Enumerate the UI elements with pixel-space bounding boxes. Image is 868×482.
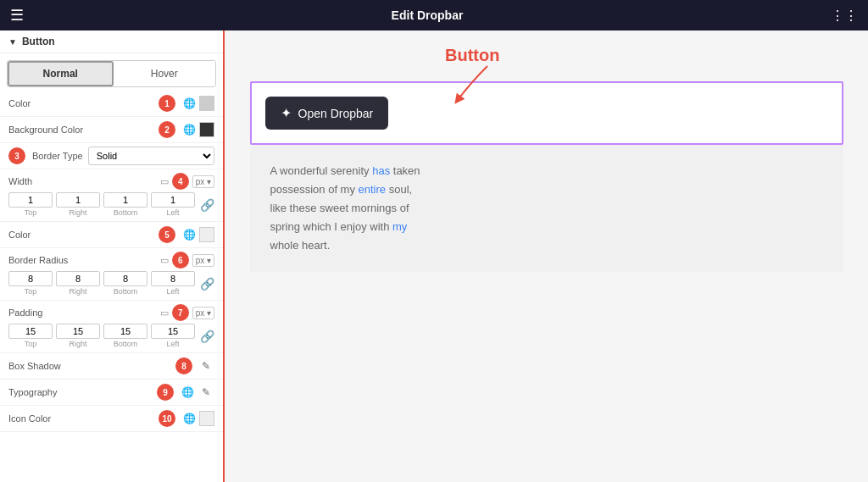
padding-row: Padding ▭ 7 px ▾	[0, 301, 223, 321]
padding-left-group: Left	[151, 324, 195, 348]
prop-bg-color: Background Color 2 🌐	[0, 117, 223, 143]
prop-box-shadow: Box Shadow 8 ✎	[0, 353, 223, 380]
badge-2: 2	[159, 121, 175, 138]
badge-5: 5	[159, 226, 175, 243]
padding-bottom-input[interactable]	[103, 324, 147, 339]
padding-top-input[interactable]	[8, 324, 53, 339]
prop-border-type: 3 Border Type Solid None Dashed Dotted D…	[0, 143, 223, 169]
padding-right-group: Right	[56, 324, 100, 348]
color-label: Color	[8, 98, 159, 108]
text-entire: entire	[359, 183, 387, 196]
badge-8: 8	[175, 357, 192, 374]
globe-icon-1[interactable]: 🌐	[181, 95, 198, 112]
border-radius-label: Border Radius	[8, 255, 160, 265]
width-left-group: Left	[151, 192, 195, 217]
annotation-arrow-icon	[453, 62, 504, 104]
border-radius-icon: ▭	[160, 255, 169, 266]
radius-bottom-input[interactable]	[103, 271, 147, 286]
bg-color-label: Background Color	[8, 125, 159, 135]
width-fields: Top Right Bottom Left 🔗	[0, 190, 223, 222]
padding-top-group: Top	[8, 324, 53, 348]
globe-icon-9[interactable]: 🌐	[179, 384, 196, 401]
tab-normal[interactable]: Normal	[8, 61, 114, 86]
icon-color-label: Icon Color	[8, 413, 159, 424]
color-swatch-5[interactable]	[199, 227, 214, 242]
text-whole-heart: whole heart.	[270, 239, 331, 252]
badge-4: 4	[172, 173, 189, 190]
radius-top-label: Top	[25, 287, 37, 296]
tab-hover[interactable]: Hover	[114, 61, 216, 86]
left-panel: ▼ Button Normal Hover Color 1 🌐 Backgrou…	[0, 30, 225, 482]
width-right-group: Right	[56, 192, 100, 217]
link-icon-radius[interactable]: 🔗	[200, 277, 214, 291]
radius-left-input[interactable]	[151, 271, 195, 286]
border-radius-px-label[interactable]: px ▾	[192, 254, 214, 267]
globe-icon-5[interactable]: 🌐	[181, 226, 198, 243]
width-right-input[interactable]	[56, 192, 100, 208]
header-title: Edit Dropbar	[392, 8, 464, 22]
section-label: Button	[22, 36, 55, 47]
collapse-arrow-icon[interactable]: ▼	[8, 37, 17, 47]
color-swatch-2[interactable]	[199, 122, 214, 137]
badge-3: 3	[8, 147, 25, 164]
right-content: Button ✦ Open Dropbar	[225, 30, 868, 482]
width-left-label: Left	[166, 208, 179, 217]
open-dropbar-button[interactable]: ✦ Open Dropbar	[265, 97, 389, 130]
dropbar-btn-label: Open Dropbar	[298, 107, 374, 120]
padding-left-input[interactable]	[151, 324, 195, 339]
padding-left-label: Left	[166, 340, 179, 348]
badge-6: 6	[172, 252, 189, 269]
width-top-label: Top	[25, 208, 37, 217]
badge-10: 10	[159, 410, 175, 427]
padding-right-input[interactable]	[56, 324, 100, 339]
width-row: Width ▭ 4 px ▾	[0, 169, 223, 190]
padding-bottom-label: Bottom	[114, 340, 138, 348]
link-icon-width[interactable]: 🔗	[200, 198, 214, 212]
prop-border-color: Color 5 🌐	[0, 222, 223, 248]
edit-icon-8[interactable]: ✎	[198, 357, 214, 374]
width-top-input[interactable]	[8, 192, 53, 208]
grid-icon[interactable]: ⋮⋮	[831, 8, 858, 24]
main-container: ▼ Button Normal Hover Color 1 🌐 Backgrou…	[0, 30, 868, 482]
width-bottom-label: Bottom	[114, 208, 138, 217]
badge-7: 7	[172, 304, 189, 321]
button-container: ✦ Open Dropbar	[250, 81, 843, 145]
annotation-group: Button	[445, 46, 504, 104]
link-icon-padding[interactable]: 🔗	[200, 330, 214, 343]
box-shadow-label: Box Shadow	[8, 361, 175, 371]
radius-bottom-label: Bottom	[114, 287, 138, 296]
radius-right-label: Right	[69, 287, 86, 296]
border-type-label: Border Type	[32, 151, 83, 161]
prop-icon-color: Icon Color 10 🌐	[0, 406, 223, 432]
radius-right-group: Right	[56, 271, 100, 296]
width-left-input[interactable]	[151, 192, 195, 208]
radius-left-label: Left	[166, 287, 179, 296]
radius-top-group: Top	[8, 271, 53, 296]
padding-right-label: Right	[69, 340, 86, 348]
border-color-label: Color	[8, 230, 159, 240]
width-label: Width	[8, 176, 160, 186]
globe-icon-10[interactable]: 🌐	[181, 410, 198, 427]
edit-icon-9[interactable]: ✎	[198, 384, 214, 401]
padding-icon: ▭	[160, 307, 169, 319]
typography-label: Typography	[8, 387, 157, 397]
prop-typography: Typography 9 🌐 ✎	[0, 380, 223, 406]
color-swatch-10[interactable]	[199, 411, 214, 426]
section-header: ▼ Button	[0, 30, 223, 53]
text-a-wonderful: A wonderful serenity	[270, 164, 373, 177]
radius-top-input[interactable]	[8, 271, 53, 286]
padding-px-label[interactable]: px ▾	[192, 307, 214, 319]
width-bottom-group: Bottom	[103, 192, 147, 217]
canvas-area: Button ✦ Open Dropbar	[225, 30, 868, 482]
border-type-select[interactable]: Solid None Dashed Dotted Double	[88, 147, 214, 165]
width-top-group: Top	[8, 192, 53, 217]
text-has: has	[372, 164, 390, 177]
radius-left-group: Left	[151, 271, 195, 296]
hamburger-icon[interactable]: ☰	[10, 6, 24, 25]
radius-right-input[interactable]	[56, 271, 100, 286]
width-px-label[interactable]: px ▾	[192, 175, 214, 188]
globe-icon-2[interactable]: 🌐	[181, 121, 198, 138]
width-bottom-input[interactable]	[103, 192, 147, 208]
padding-top-label: Top	[25, 340, 37, 348]
color-swatch-1[interactable]	[199, 96, 214, 111]
